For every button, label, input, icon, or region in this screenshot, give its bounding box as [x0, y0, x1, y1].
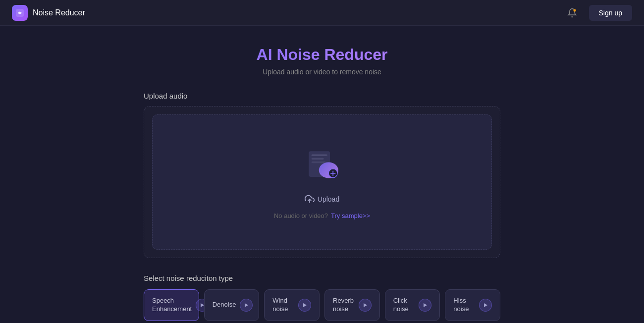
page-subtitle: Upload audio or video to remove noise [144, 68, 500, 76]
svg-marker-16 [484, 303, 487, 307]
noise-type-label-wind: Wind noise [272, 297, 294, 314]
noise-type-label-speech: Speech Enhancement [152, 297, 192, 314]
app-name: Noise Reducer [33, 8, 85, 17]
play-button-wind[interactable] [298, 299, 311, 312]
play-icon [363, 303, 368, 308]
play-icon [483, 303, 488, 308]
header-right: Sign up [563, 4, 632, 22]
play-button-denoise[interactable] [240, 299, 253, 312]
svg-marker-12 [245, 303, 248, 307]
play-button-reverb[interactable] [359, 299, 372, 312]
play-icon [244, 303, 249, 308]
noise-types-list: Speech Enhancement Denoise Wind noise Re… [144, 289, 500, 321]
svg-marker-14 [364, 303, 367, 307]
noise-type-label-denoise: Denoise [213, 301, 236, 309]
upload-section-label: Upload audio [144, 92, 500, 100]
noise-type-card-hiss[interactable]: Hiss noise [445, 289, 500, 321]
svg-marker-13 [303, 303, 307, 307]
noise-type-card-reverb[interactable]: Reverb noise [324, 289, 380, 321]
upload-button[interactable]: Upload [305, 194, 339, 204]
svg-rect-5 [312, 162, 325, 163]
header: Noise Reducer Sign up [0, 0, 644, 26]
svg-point-1 [573, 9, 576, 11]
noise-type-label-reverb: Reverb noise [333, 297, 355, 314]
noise-type-label-click: Click noise [393, 297, 415, 314]
notification-button[interactable] [563, 4, 581, 22]
upload-illustration [300, 145, 344, 184]
upload-section: Upload audio [144, 92, 500, 258]
page-title: AI Noise Reducer [144, 46, 500, 64]
play-button-hiss[interactable] [479, 299, 492, 312]
main-content: AI Noise Reducer Upload audio or video t… [134, 26, 510, 323]
try-sample-link[interactable]: Try sample>> [331, 212, 370, 219]
upload-container[interactable]: Upload No audio or video? Try sample>> [144, 106, 500, 258]
noise-type-card-denoise[interactable]: Denoise [204, 289, 260, 321]
play-button-click[interactable] [419, 299, 431, 312]
no-audio-row: No audio or video? Try sample>> [274, 212, 370, 219]
noise-type-card-speech[interactable]: Speech Enhancement [144, 289, 199, 321]
noise-type-label-hiss: Hiss noise [453, 297, 475, 314]
svg-marker-15 [424, 303, 427, 307]
svg-rect-4 [312, 158, 324, 160]
upload-label: Upload [318, 195, 339, 203]
noise-type-card-click[interactable]: Click noise [385, 289, 440, 321]
play-icon [302, 303, 307, 308]
sign-up-button[interactable]: Sign up [589, 5, 632, 21]
logo-icon [12, 5, 28, 21]
upload-dropzone[interactable]: Upload No audio or video? Try sample>> [152, 114, 492, 250]
noise-type-card-wind[interactable]: Wind noise [264, 289, 320, 321]
no-audio-text: No audio or video? [274, 212, 328, 219]
header-left: Noise Reducer [12, 5, 85, 21]
svg-rect-3 [312, 155, 327, 157]
noise-section-label: Select noise reduciton type [144, 274, 500, 282]
noise-type-section: Select noise reduciton type Speech Enhan… [144, 274, 500, 321]
play-icon [423, 303, 428, 308]
upload-icon [305, 194, 315, 204]
